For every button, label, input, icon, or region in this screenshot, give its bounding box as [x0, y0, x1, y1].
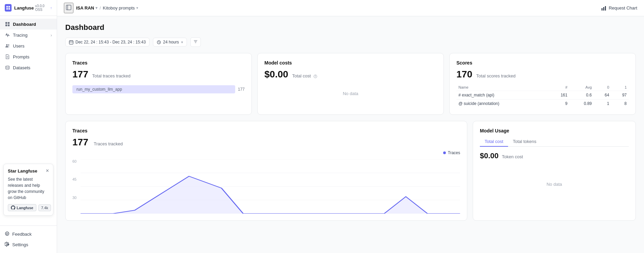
settings-icon — [5, 242, 10, 248]
scores-table: Name # Avg 0 1 # exact_match (api) 161 0… — [456, 84, 629, 108]
topbar: ISA RAN ▾ / Kitoboy prompts ▾ Request Ch… — [57, 0, 644, 16]
svg-point-5 — [8, 44, 10, 46]
page: Dashboard Dec 22, 24 : 15:43 - Dec 23, 2… — [57, 16, 644, 253]
sidebar-item-datasets[interactable]: Datasets — [0, 62, 57, 73]
sidebar-item-users[interactable]: Users — [0, 40, 57, 51]
svg-point-11 — [7, 233, 8, 234]
grid-icon — [5, 21, 10, 27]
date-range-value: Dec 22, 24 : 15:43 - Dec 23, 24 : 15:43 — [75, 40, 146, 44]
sidebar-toggle-button[interactable] — [64, 3, 73, 13]
chevron-right-icon: › — [51, 33, 52, 38]
sidebar-item-prompts[interactable]: Prompts — [0, 51, 57, 62]
chevron-down-icon-2: ▾ — [136, 6, 138, 10]
time-period-filter[interactable]: 24 hours ▾ — [153, 38, 187, 47]
svg-rect-15 — [602, 8, 603, 11]
score-avg-1: 0.6 — [570, 91, 594, 100]
model-costs-label: Total cost — [292, 73, 318, 78]
traces-count: 177 — [72, 69, 88, 79]
y-label-45: 45 — [72, 177, 76, 181]
svg-point-12 — [6, 243, 8, 245]
page-title: Dashboard — [65, 23, 636, 32]
svg-point-4 — [6, 44, 7, 46]
sidebar-item-feedback[interactable]: Feedback — [5, 229, 52, 239]
svg-rect-0 — [5, 22, 7, 24]
svg-point-10 — [6, 233, 7, 234]
date-range-filter[interactable]: Dec 22, 24 : 15:43 - Dec 23, 24 : 15:43 — [65, 38, 150, 47]
request-chart-button[interactable]: Request Chart — [601, 5, 637, 11]
chevron-down-icon-3: ▾ — [181, 40, 183, 44]
scores-col-name: Name — [456, 84, 547, 91]
scores-count: 170 — [456, 69, 472, 79]
scores-col-avg: Avg — [570, 84, 594, 91]
star-popup-title: Star Langfuse — [8, 168, 37, 174]
svg-rect-3 — [8, 24, 10, 26]
svg-point-8 — [6, 66, 10, 67]
traces-chart-card: Traces 177 Traces tracked Traces 60 45 — [65, 121, 467, 221]
star-popup-github-row: Langfuse 7.4k — [8, 204, 49, 211]
sidebar-item-label: Datasets — [13, 65, 30, 70]
star-popup-description: See the latest releases and help grow th… — [8, 176, 49, 201]
database-icon — [5, 65, 10, 70]
svg-rect-18 — [69, 40, 73, 44]
score-zero-2: 1 — [594, 100, 611, 108]
project-name: ISA RAN — [76, 5, 94, 11]
app-name: Langfuse — [14, 5, 34, 11]
filter-button[interactable] — [190, 37, 201, 47]
sidebar-item-tracing[interactable]: Tracing › — [0, 30, 57, 40]
traces-chart-title: Traces — [72, 128, 460, 133]
sidebar-item-label: Tracing — [13, 33, 28, 38]
traces-card: Traces 177 Total traces tracked run_my_c… — [65, 53, 252, 115]
y-label-60: 60 — [72, 159, 76, 163]
sidebar-item-label: Dashboard — [13, 22, 36, 27]
score-count-1: 161 — [547, 91, 570, 100]
star-popup-header: Star Langfuse × — [8, 168, 49, 174]
sidebar-item-settings[interactable]: Settings — [5, 240, 52, 250]
score-name-1: # exact_match (api) — [456, 91, 547, 100]
time-period-value: 24 hours — [163, 40, 179, 44]
model-usage-no-data: No data — [480, 167, 629, 201]
message-circle-icon — [5, 231, 10, 237]
score-count-2: 9 — [547, 100, 570, 108]
app-logo — [5, 4, 12, 12]
svg-rect-2 — [5, 24, 7, 26]
score-avg-2: 0.89 — [570, 100, 594, 108]
sidebar: Langfuse v3.0.0 OSS ↑ Dashboard Tracing … — [0, 0, 57, 253]
chart-legend: Traces — [72, 150, 460, 155]
legend-dot — [443, 151, 446, 154]
trace-bar: run_my_custom_llm_app — [72, 85, 235, 93]
close-icon[interactable]: × — [46, 168, 49, 174]
activity-icon — [5, 32, 10, 38]
scores-col-0: 0 — [594, 84, 611, 91]
topbar-actions: Request Chart — [601, 5, 637, 11]
svg-point-28 — [315, 75, 316, 76]
score-zero-1: 64 — [594, 91, 611, 100]
chevron-down-icon: ▾ — [95, 6, 98, 10]
sidebar-item-dashboard[interactable]: Dashboard — [0, 19, 57, 30]
star-count: 7.4k — [38, 204, 51, 211]
tab-total-tokens[interactable]: Total tokens — [508, 137, 541, 147]
traces-chart-stats: 177 Traces tracked — [72, 137, 460, 148]
traces-chart-header: Traces 177 Traces tracked — [72, 128, 460, 148]
traces-chart-label: Traces tracked — [94, 141, 123, 146]
github-button[interactable]: Langfuse — [8, 204, 36, 211]
breadcrumb: ISA RAN ▾ / Kitoboy prompts ▾ — [76, 5, 138, 11]
feedback-label: Feedback — [12, 232, 32, 237]
sub-project-selector[interactable]: Kitoboy prompts ▾ — [103, 5, 138, 11]
svg-marker-34 — [81, 176, 460, 214]
scores-label: Total scores tracked — [476, 73, 516, 78]
star-langfuse-popup: Star Langfuse × See the latest releases … — [3, 164, 53, 216]
project-selector[interactable]: ISA RAN ▾ — [76, 5, 98, 11]
users-icon — [5, 43, 10, 49]
model-costs-card: Model costs $0.00 Total cost No data — [257, 53, 444, 115]
main-content: ISA RAN ▾ / Kitoboy prompts ▾ Request Ch… — [57, 0, 644, 253]
svg-rect-16 — [603, 7, 604, 11]
svg-point-9 — [5, 232, 9, 236]
table-row: # exact_match (api) 161 0.6 64 97 — [456, 91, 629, 100]
tab-total-cost[interactable]: Total cost — [480, 137, 508, 147]
file-text-icon — [5, 54, 10, 59]
filters-bar: Dec 22, 24 : 15:43 - Dec 23, 24 : 15:43 … — [65, 37, 636, 47]
breadcrumb-separator: / — [100, 5, 101, 11]
svg-rect-13 — [66, 5, 71, 10]
bottom-row: Traces 177 Traces tracked Traces 60 45 — [65, 121, 636, 221]
score-name-2: @ suicide (annotation) — [456, 100, 547, 108]
